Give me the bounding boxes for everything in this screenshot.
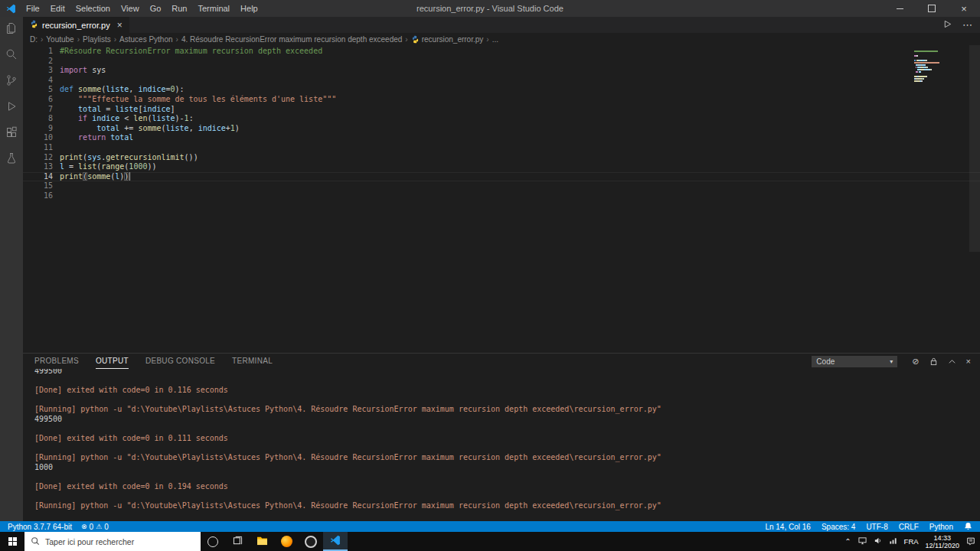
- breadcrumb-item[interactable]: 4. Résoudre RecursionError maximum recur…: [181, 35, 402, 44]
- file-explorer-icon: [256, 535, 268, 549]
- breadcrumb-item[interactable]: Playlists: [83, 35, 111, 44]
- python-interpreter-status[interactable]: Python 3.7.7 64-bit: [8, 523, 72, 531]
- panel-tab-terminal[interactable]: TERMINAL: [232, 354, 273, 369]
- close-panel-icon[interactable]: ×: [966, 357, 971, 366]
- minimize-button[interactable]: [884, 0, 916, 17]
- maximize-button[interactable]: [916, 0, 948, 17]
- code-line[interactable]: 16: [23, 191, 980, 201]
- code-line[interactable]: 9 total += somme(liste, indice+1): [23, 124, 980, 134]
- output-line: [34, 492, 980, 502]
- menu-run[interactable]: Run: [166, 4, 192, 13]
- code-line[interactable]: 11: [23, 143, 980, 153]
- vscode-taskbar-button[interactable]: [323, 532, 348, 551]
- code-line[interactable]: 12print(sys.getrecursionlimit()): [23, 153, 980, 163]
- output-content[interactable]: 499500[Done] exited with code=0 in 0.116…: [23, 369, 980, 521]
- panel-tab-output[interactable]: OUTPUT: [96, 354, 129, 369]
- clock-date: 12/11/2020: [926, 542, 959, 549]
- breadcrumb-item[interactable]: Youtube: [46, 35, 74, 44]
- app-circle-button[interactable]: [299, 532, 323, 551]
- maximize-panel-icon[interactable]: [948, 357, 956, 366]
- display-tray-icon[interactable]: [858, 536, 867, 546]
- tab-close-icon[interactable]: ×: [117, 20, 122, 31]
- code-line[interactable]: 5def somme(liste, indice=0):: [23, 85, 980, 95]
- tray-expand-icon[interactable]: ⌃: [844, 537, 851, 546]
- code-line[interactable]: 3import sys: [23, 66, 980, 76]
- network-tray-icon[interactable]: [889, 536, 897, 546]
- more-actions-button[interactable]: ⋯: [962, 19, 972, 31]
- line-number: 1: [23, 47, 60, 57]
- breadcrumb-item[interactable]: recursion_error.py: [411, 35, 484, 44]
- breadcrumb-separator-icon: ›: [114, 35, 116, 44]
- code-line[interactable]: 13l = list(range(1000)): [23, 162, 980, 172]
- sidebar-item-search[interactable]: [0, 43, 23, 69]
- status-item-spaces-4[interactable]: Spaces: 4: [822, 523, 855, 531]
- panel-tab-problems[interactable]: PROBLEMS: [34, 354, 79, 369]
- firefox-button[interactable]: [274, 532, 299, 551]
- code-line[interactable]: 15: [23, 181, 980, 191]
- status-item-utf-8[interactable]: UTF-8: [866, 523, 887, 531]
- language-indicator[interactable]: FRA: [904, 537, 919, 546]
- breadcrumb-item[interactable]: ...: [492, 35, 498, 44]
- line-number: 3: [23, 66, 60, 76]
- volume-tray-icon[interactable]: [874, 536, 882, 546]
- code-text: if indice < len(liste)-1:: [60, 114, 194, 124]
- line-number: 14: [23, 172, 60, 182]
- menu-selection[interactable]: Selection: [70, 4, 116, 13]
- menu-terminal[interactable]: Terminal: [193, 4, 236, 13]
- minimap[interactable]: [914, 47, 968, 84]
- code-line[interactable]: 4: [23, 76, 980, 86]
- task-view-button[interactable]: [225, 532, 250, 551]
- output-channel-select[interactable]: Code ▾: [812, 356, 897, 367]
- editor-region: recursion_error.py × ⋯ D:›Youtube›Playli…: [23, 17, 980, 521]
- scroll-lock-icon[interactable]: [929, 357, 938, 366]
- run-debug-icon: [5, 100, 18, 116]
- problems-indicator[interactable]: ⊗0 ⚠0: [81, 523, 109, 531]
- breadcrumb-item[interactable]: D:: [30, 35, 38, 44]
- taskbar-clock[interactable]: 14:33 12/11/2020: [926, 534, 959, 549]
- start-button[interactable]: [0, 532, 24, 551]
- status-item-python[interactable]: Python: [929, 523, 953, 531]
- run-code-button[interactable]: [943, 19, 952, 31]
- sidebar-item-explorer[interactable]: [0, 17, 23, 43]
- file-explorer-button[interactable]: [250, 532, 274, 551]
- code-line[interactable]: 8 if indice < len(liste)-1:: [23, 114, 980, 124]
- code-line[interactable]: 6 """Effectue la somme de tous les éléme…: [23, 95, 980, 105]
- action-center-icon[interactable]: [966, 536, 975, 547]
- breadcrumb: D:›Youtube›Playlists›Astuces Python›4. R…: [23, 33, 980, 45]
- code-line[interactable]: 1#Résoudre RecursionError maximum recurs…: [23, 47, 980, 57]
- code-editor[interactable]: 1#Résoudre RecursionError maximum recurs…: [23, 45, 980, 353]
- status-item-crlf[interactable]: CRLF: [899, 523, 919, 531]
- status-bar: Python 3.7.7 64-bit ⊗0 ⚠0 Ln 14, Col 16S…: [0, 521, 980, 532]
- menu-edit[interactable]: Edit: [45, 4, 70, 13]
- taskbar-search[interactable]: Taper ici pour rechercher: [24, 532, 201, 551]
- sidebar-item-extensions[interactable]: [0, 121, 23, 147]
- line-number: 8: [23, 114, 60, 124]
- status-right-items: Ln 14, Col 16Spaces: 4UTF-8CRLFPython: [765, 523, 964, 531]
- firefox-icon: [281, 536, 292, 547]
- code-line[interactable]: 10 return total: [23, 133, 980, 143]
- system-tray: ⌃ FRA 14:33 12/11/2020: [844, 534, 980, 549]
- sidebar-item-testing[interactable]: [0, 147, 23, 173]
- editor-actions: ⋯: [943, 17, 972, 33]
- sidebar-item-source-control[interactable]: [0, 69, 23, 95]
- tab-bar: recursion_error.py × ⋯: [23, 17, 980, 33]
- breadcrumb-item[interactable]: Astuces Python: [119, 35, 172, 44]
- sidebar-item-run-debug[interactable]: [0, 95, 23, 121]
- code-line[interactable]: 2: [23, 57, 980, 67]
- editor-scrollbar[interactable]: [969, 45, 980, 252]
- cortana-button[interactable]: [201, 532, 225, 551]
- tab-recursion-error-py[interactable]: recursion_error.py ×: [23, 17, 129, 33]
- code-line[interactable]: 14print(somme(l)): [23, 172, 980, 182]
- clear-output-icon[interactable]: ⊘: [912, 357, 919, 367]
- activity-bar: [0, 17, 23, 521]
- close-window-button[interactable]: ×: [948, 0, 980, 17]
- menu-view[interactable]: View: [116, 4, 145, 13]
- menu-go[interactable]: Go: [145, 4, 167, 13]
- code-line[interactable]: 7 total = liste[indice]: [23, 105, 980, 115]
- menu-file[interactable]: File: [21, 4, 45, 13]
- menu-help[interactable]: Help: [235, 4, 263, 13]
- notifications-bell-icon[interactable]: [964, 522, 972, 532]
- output-line: [Done] exited with code=0 in 0.116 secon…: [34, 386, 980, 396]
- panel-tab-debug-console[interactable]: DEBUG CONSOLE: [145, 354, 215, 369]
- status-item-ln-14-col-16[interactable]: Ln 14, Col 16: [765, 523, 811, 531]
